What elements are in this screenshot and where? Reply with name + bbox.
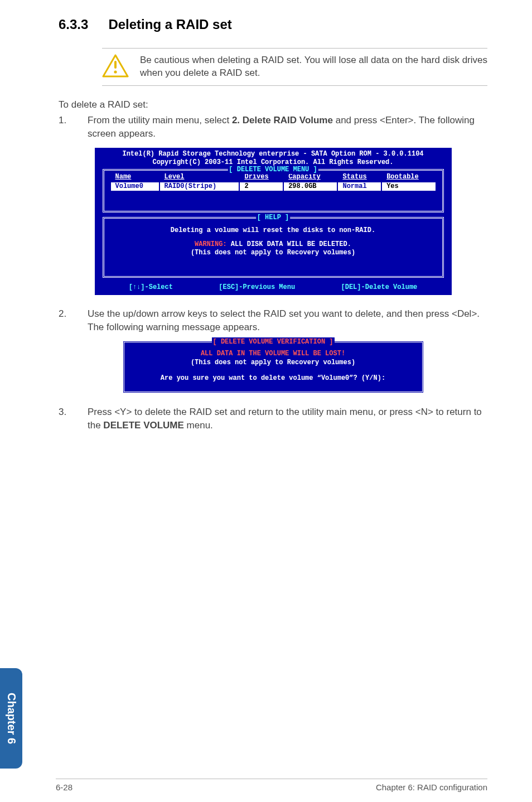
- help-warning-rest: ALL DISK DATA WILL BE DELETED.: [227, 240, 351, 248]
- step-body: Use the up/down arrow keys to select the…: [88, 307, 487, 334]
- bios-delete-volume-screen: Intel(R) Rapid Storage Technology enterp…: [95, 148, 452, 295]
- step-text-post: menu.: [184, 420, 213, 431]
- help-warning-prefix: WARNING:: [195, 240, 227, 248]
- step-number: 2.: [59, 307, 69, 334]
- footer-page-number: 6-28: [56, 782, 72, 792]
- heading-title: Deleting a RAID set: [108, 17, 231, 32]
- step-text-bold: DELETE VOLUME: [103, 420, 184, 431]
- step-1: 1. From the utility main menu, select 2.…: [59, 114, 487, 141]
- step-2: 2. Use the up/down arrow keys to select …: [59, 307, 487, 334]
- caution-block: Be cautious when deleting a RAID set. Yo…: [102, 48, 487, 86]
- col-status: Status: [338, 173, 381, 181]
- step-3: 3. Press <Y> to delete the RAID set and …: [59, 405, 487, 432]
- cell-drives: 2: [240, 182, 283, 191]
- footer-chapter-title: Chapter 6: RAID configuration: [376, 782, 487, 792]
- bios-menu-panel: [ DELETE VOLUME MENU ] Name Level Drives…: [103, 169, 444, 212]
- help-warning-line: WARNING: ALL DISK DATA WILL BE DELETED.: [110, 240, 437, 249]
- bios-menu-title: [ DELETE VOLUME MENU ]: [228, 166, 318, 174]
- bios-footer-keys: [↑↓]-Select [ESC]-Previous Menu [DEL]-De…: [95, 282, 452, 295]
- confirm-note: (This does not apply to Recovery volumes…: [133, 358, 413, 367]
- help-line-1: Deleting a volume will reset the disks t…: [110, 226, 437, 235]
- step-body: Press <Y> to delete the RAID set and ret…: [88, 405, 487, 432]
- svg-rect-1: [114, 61, 117, 69]
- bios-header-line1: Intel(R) Rapid Storage Technology enterp…: [95, 150, 452, 158]
- help-line-3: (This does not apply to Recovery volumes…: [110, 249, 437, 257]
- col-bootable: Bootable: [382, 173, 435, 181]
- step-text-pre: From the utility main menu, select: [88, 115, 232, 125]
- bios-help-panel: [ HELP ] Deleting a volume will reset th…: [103, 217, 444, 278]
- cell-status: Normal: [338, 182, 381, 191]
- step-number: 1.: [59, 114, 69, 141]
- caution-text: Be cautious when deleting a RAID set. Yo…: [140, 54, 487, 80]
- key-esc: [ESC]-Previous Menu: [219, 283, 295, 292]
- step-number: 3.: [59, 405, 69, 432]
- col-capacity: Capacity: [284, 173, 337, 181]
- chapter-tab: Chapter 6: [0, 668, 22, 769]
- cell-level: RAID0(Stripe): [160, 182, 239, 191]
- col-level: Level: [160, 173, 239, 181]
- confirm-warning: ALL DATA IN THE VOLUME WILL BE LOST!: [133, 349, 413, 358]
- step-body: From the utility main menu, select 2. De…: [88, 114, 487, 141]
- cell-bootable: Yes: [382, 182, 435, 191]
- caution-icon: [102, 54, 129, 79]
- intro-text: To delete a RAID set:: [59, 99, 487, 110]
- col-drives: Drives: [240, 173, 283, 181]
- key-select: [↑↓]-Select: [129, 283, 173, 292]
- page-footer: 6-28 Chapter 6: RAID configuration: [56, 779, 487, 792]
- table-row[interactable]: Volume0 RAID0(Stripe) 2 298.0GB Normal Y…: [111, 182, 436, 191]
- confirm-title: [ DELETE VOLUME VERIFICATION ]: [211, 337, 334, 346]
- col-name: Name: [111, 173, 159, 181]
- step-text-bold: 2. Delete RAID Volume: [232, 115, 333, 125]
- cell-name: Volume0: [111, 182, 159, 191]
- section-heading: 6.3.3 Deleting a RAID set: [59, 17, 487, 32]
- cell-capacity: 298.0GB: [284, 182, 337, 191]
- confirm-prompt: Are you sure you want to delete volume “…: [133, 374, 413, 383]
- bios-confirm-dialog: [ DELETE VOLUME VERIFICATION ] ALL DATA …: [123, 341, 424, 393]
- key-del: [DEL]-Delete Volume: [341, 283, 417, 292]
- svg-point-2: [114, 70, 117, 73]
- bios-help-title: [ HELP ]: [256, 214, 291, 222]
- heading-number: 6.3.3: [59, 17, 88, 32]
- bios-volume-table: Name Level Drives Capacity Status Bootab…: [110, 172, 437, 192]
